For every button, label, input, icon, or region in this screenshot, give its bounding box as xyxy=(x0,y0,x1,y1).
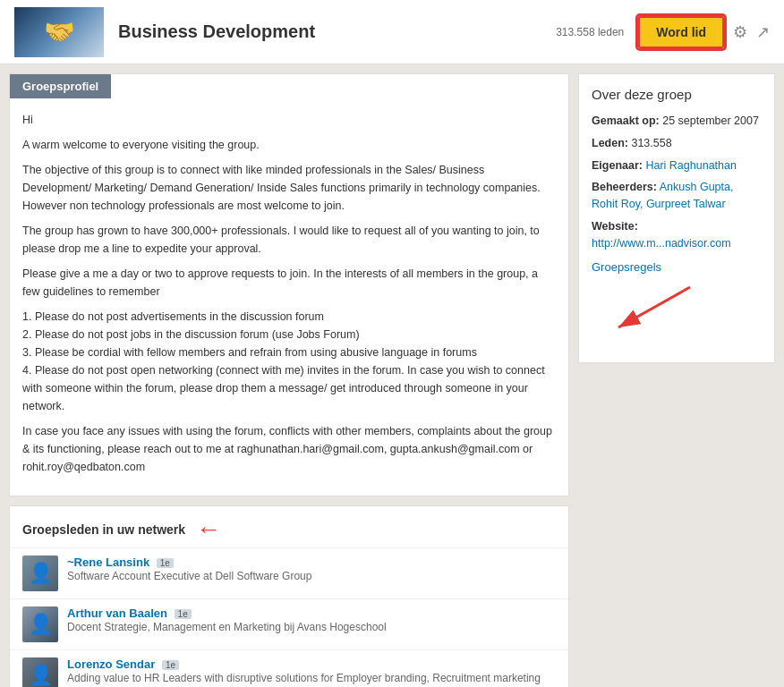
avatar-icon: 👤 xyxy=(29,664,53,687)
avatar-icon: 👤 xyxy=(29,562,53,585)
header-actions: ⚙ ↗ xyxy=(733,22,770,42)
svg-line-1 xyxy=(618,287,690,327)
group-title: Business Development xyxy=(118,21,556,42)
member-info: Arthur van Baalen 1e Docent Strategie, M… xyxy=(67,606,556,635)
member-avatar: 👤 xyxy=(22,657,58,687)
header: 🤝 Business Development 313.558 leden Wor… xyxy=(0,0,784,64)
about-members-row: Leden: 313.558 xyxy=(592,135,762,152)
members-count: 313.558 leden xyxy=(556,26,624,38)
share-icon[interactable]: ↗ xyxy=(756,22,770,42)
grown-text: The group has grown to have 300,000+ pro… xyxy=(22,222,556,258)
about-created-row: Gemaakt op: 25 september 2007 xyxy=(592,113,762,130)
right-column: Over deze groep Gemaakt op: 25 september… xyxy=(578,73,775,687)
avatar-icon: 👤 xyxy=(29,613,53,636)
member-degree-badge: 1e xyxy=(162,660,179,670)
intro-hi: Hi xyxy=(22,111,556,129)
member-degree-badge: 1e xyxy=(157,558,174,568)
network-members-card: Groepsleden in uw netwerk ← 👤 ~Rene Lans… xyxy=(9,505,569,687)
about-managers-row: Beheerders: Ankush Gupta, Rohit Roy, Gur… xyxy=(592,179,762,213)
network-members-header: Groepsleden in uw netwerk ← xyxy=(10,506,568,547)
annotation-arrow xyxy=(592,278,699,350)
about-card: Over deze groep Gemaakt op: 25 september… xyxy=(578,73,775,363)
member-name[interactable]: Arthur van Baalen xyxy=(67,606,167,620)
member-name[interactable]: Lorenzo Sendar xyxy=(67,657,155,671)
member-info: Lorenzo Sendar 1e Adding value to HR Lea… xyxy=(67,657,556,687)
left-column: Groepsprofiel Hi A warm welcome to every… xyxy=(9,73,569,687)
member-name[interactable]: ~Rene Lansink xyxy=(67,556,149,569)
network-members-title: Groepsleden in uw netwerk xyxy=(22,522,185,537)
group-profile-body: Hi A warm welcome to everyone visiting t… xyxy=(10,98,568,496)
owner-label: Eigenaar: xyxy=(592,159,643,172)
member-item: 👤 ~Rene Lansink 1e Software Account Exec… xyxy=(10,547,568,598)
member-title: Software Account Executive at Dell Softw… xyxy=(67,569,556,584)
member-info: ~Rene Lansink 1e Software Account Execut… xyxy=(67,556,556,584)
main-container: Groepsprofiel Hi A warm welcome to every… xyxy=(0,64,784,687)
objective-text: The objective of this group is to connec… xyxy=(22,161,556,215)
contact-text: In case you face any issues with using t… xyxy=(22,422,556,476)
created-label: Gemaakt op: xyxy=(592,114,660,127)
group-profile-card: Groepsprofiel Hi A warm welcome to every… xyxy=(9,73,569,496)
member-title: Docent Strategie, Management en Marketin… xyxy=(67,620,556,635)
created-value: 25 september 2007 xyxy=(662,114,759,127)
owner-name[interactable]: Hari Raghunathan xyxy=(645,159,736,172)
welcome-text: A warm welcome to everyone visiting the … xyxy=(22,136,556,154)
managers-label: Beheerders: xyxy=(592,181,657,193)
group-logo: 🤝 xyxy=(14,7,104,57)
members-label: Leden: xyxy=(592,137,628,149)
member-title: Adding value to HR Leaders with disrupti… xyxy=(67,671,556,687)
member-degree-badge: 1e xyxy=(175,609,192,619)
about-website-row: Website: http://www.m...nadvisor.com xyxy=(592,218,762,252)
members-value: 313.558 xyxy=(631,137,671,149)
member-avatar: 👤 xyxy=(22,556,58,591)
website-label: Website: xyxy=(592,220,638,233)
member-avatar: 👤 xyxy=(22,606,58,642)
groepsregels-link[interactable]: Groepsregels xyxy=(592,260,762,274)
member-item: 👤 Lorenzo Sendar 1e Adding value to HR L… xyxy=(10,649,568,687)
about-owner-row: Eigenaar: Hari Raghunathan xyxy=(592,157,762,174)
guidelines-text: 1. Please do not post advertisements in … xyxy=(22,308,556,415)
approval-text: Please give a me a day or two to approve… xyxy=(22,265,556,301)
website-link[interactable]: http://www.m...nadvisor.com xyxy=(592,237,731,250)
left-arrow-annotation: ← xyxy=(196,515,221,544)
settings-icon[interactable]: ⚙ xyxy=(733,22,747,42)
join-button[interactable]: Word lid xyxy=(638,16,724,48)
group-profile-tab[interactable]: Groepsprofiel xyxy=(10,74,111,98)
about-title: Over deze groep xyxy=(592,87,762,102)
member-item: 👤 Arthur van Baalen 1e Docent Strategie,… xyxy=(10,598,568,649)
handshake-icon: 🤝 xyxy=(44,17,75,47)
